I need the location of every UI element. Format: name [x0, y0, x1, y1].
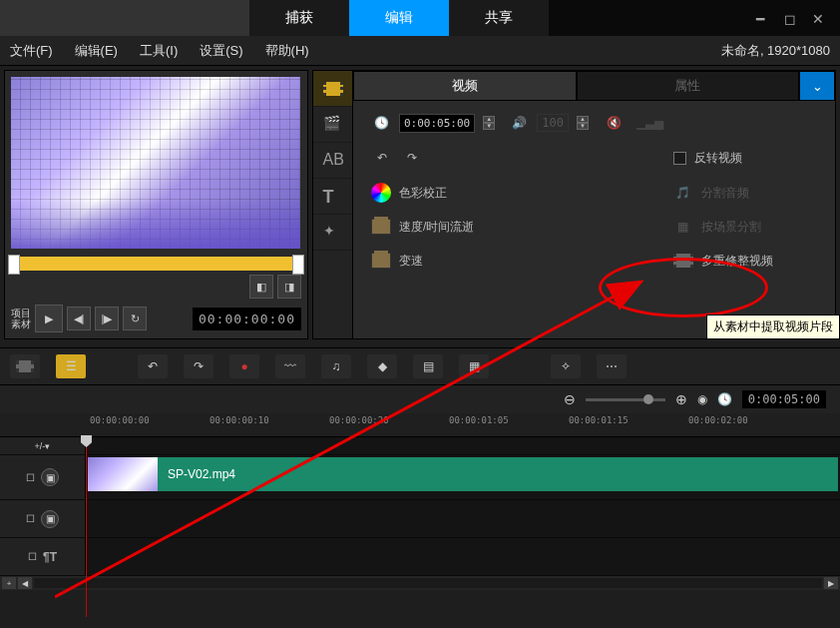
record-button[interactable]: ● — [229, 354, 259, 378]
zoom-out-icon[interactable]: ⊖ — [564, 391, 576, 407]
track-head-expander[interactable]: +/-▾ — [0, 437, 86, 454]
tab-video-props[interactable]: 视频 — [353, 71, 577, 101]
ruler-tick: 00:00:00:10 — [210, 415, 269, 425]
mark-out-icon[interactable]: ◨ — [277, 275, 301, 299]
tooltip: 从素材中提取视频片段 — [706, 314, 840, 339]
menu-help[interactable]: 帮助(H) — [265, 42, 309, 60]
chapter-button[interactable]: ▦ — [459, 354, 489, 378]
graphics-tool-icon[interactable]: ✦ — [313, 215, 352, 251]
menu-edit[interactable]: 编辑(E) — [75, 42, 118, 60]
video-clip[interactable]: SP-V02.mp4 — [88, 457, 838, 491]
video-track-head[interactable]: ☐ ▣ — [0, 455, 86, 499]
video-track-body[interactable]: SP-V02.mp4 — [86, 455, 840, 499]
properties-panel: 🎬 AB T ✦ 视频 属性 ⌄ 🕓 0:00:05:00 ▲▼ 🔊 100 ▲… — [312, 70, 836, 339]
title-track-body[interactable] — [86, 538, 840, 575]
scrub-bar[interactable] — [11, 257, 301, 271]
menu-settings[interactable]: 设置(S) — [200, 42, 242, 60]
top-tabs: 捕获 编辑 共享 — [249, 0, 549, 36]
overlay-track-head[interactable]: ☐ ▣ — [0, 500, 86, 537]
ruler-tick: 00:00:02:00 — [688, 415, 748, 425]
redo-button[interactable]: ↷ — [184, 354, 213, 378]
playhead[interactable] — [86, 437, 87, 617]
audio-mixer-button[interactable]: 〰 — [275, 354, 305, 378]
duration-field[interactable]: 0:00:05:00 — [399, 114, 475, 133]
minimize-button[interactable]: ━ — [756, 11, 770, 25]
reverse-checkbox[interactable] — [673, 152, 686, 165]
auto-music-button[interactable]: ♫ — [321, 354, 351, 378]
clip-filename: SP-V02.mp4 — [158, 467, 235, 481]
speed-row[interactable]: 速度/时间流逝 — [371, 217, 663, 237]
ruler-tick: 00:00:00:00 — [90, 415, 150, 425]
menu-bar: 文件(F) 编辑(E) 工具(I) 设置(S) 帮助(H) 未命名, 1920*… — [0, 36, 840, 66]
effects-tool-icon[interactable]: 🎬 — [313, 107, 352, 143]
play-button[interactable]: ▶ — [35, 305, 63, 332]
ruler-tick: 00:00:01:05 — [449, 415, 509, 425]
tab-attributes[interactable]: 属性 — [577, 71, 800, 101]
track-manager-button[interactable]: ▤ — [413, 354, 443, 378]
marker-button[interactable]: ◆ — [367, 354, 397, 378]
zoom-in-icon[interactable]: ⊕ — [675, 391, 687, 407]
timeline-view-button[interactable]: ☰ — [56, 354, 86, 378]
overlay-track: ☐ ▣ — [0, 500, 840, 538]
scroll-add-icon[interactable]: + — [2, 577, 16, 589]
storyboard-view-button[interactable] — [10, 354, 40, 378]
rotate-left-icon[interactable]: ↶ — [371, 147, 393, 169]
tab-edit[interactable]: 编辑 — [349, 0, 449, 36]
motion-track-button[interactable]: ✧ — [551, 354, 581, 378]
prev-frame-button[interactable]: ◀| — [67, 307, 91, 330]
title-track-head[interactable]: ☐ ¶T — [0, 538, 86, 575]
media-tool-icon[interactable] — [313, 71, 352, 107]
scene-split-label: 按场景分割 — [701, 219, 761, 236]
varispeed-icon — [371, 253, 391, 269]
side-tool-column: 🎬 AB T ✦ — [313, 71, 353, 338]
speed-label: 速度/时间流逝 — [399, 219, 474, 236]
timeline-scrollbar[interactable]: + ◀ ▶ — [0, 576, 840, 590]
menu-file[interactable]: 文件(F) — [10, 42, 53, 60]
menu-tools[interactable]: 工具(I) — [140, 42, 178, 60]
window-controls: ━ ◻ ✕ — [756, 11, 840, 25]
mark-in-icon[interactable]: ◧ — [249, 275, 273, 299]
reverse-label: 反转视频 — [694, 150, 742, 167]
scroll-track[interactable] — [34, 578, 822, 588]
reverse-row: 反转视频 — [673, 147, 817, 169]
tab-capture[interactable]: 捕获 — [249, 0, 349, 36]
transitions-tool-icon[interactable]: AB — [313, 143, 352, 179]
timeline-area: ☰ ↶ ↷ ● 〰 ♫ ◆ ▤ ▦ ✧ ⋯ ⊖ ⊕ ◉ 🕓 0:00:05:00… — [0, 347, 840, 590]
split-audio-row: 🎵 分割音频 — [673, 183, 817, 203]
tab-share[interactable]: 共享 — [449, 0, 549, 36]
scene-split-row: ▦ 按场景分割 — [673, 217, 817, 237]
split-audio-label: 分割音频 — [701, 185, 749, 202]
collapse-panel-button[interactable]: ⌄ — [799, 71, 835, 101]
title-tool-icon[interactable]: T — [313, 179, 352, 215]
close-button[interactable]: ✕ — [812, 11, 826, 25]
timeline-toolbar: ☰ ↶ ↷ ● 〰 ♫ ◆ ▤ ▦ ✧ ⋯ — [0, 347, 840, 385]
undo-button[interactable]: ↶ — [138, 354, 168, 378]
scroll-left-icon[interactable]: ◀ — [18, 577, 32, 589]
subtitle-button[interactable]: ⋯ — [597, 354, 627, 378]
preview-viewport[interactable] — [11, 77, 300, 249]
varispeed-row[interactable]: 变速 — [371, 251, 663, 271]
fit-project-icon[interactable]: ◉ — [697, 392, 707, 406]
overlay-track-body[interactable] — [86, 500, 840, 537]
rotate-right-icon[interactable]: ↷ — [401, 147, 423, 169]
audio-level-icon: ▁▃▅ — [636, 116, 663, 130]
color-correction-row[interactable]: 色彩校正 — [371, 183, 663, 203]
loop-button[interactable]: ↻ — [123, 307, 147, 330]
maximize-button[interactable]: ◻ — [784, 11, 798, 25]
mute-icon[interactable]: 🔇 — [605, 113, 625, 133]
zoom-slider[interactable] — [586, 398, 665, 401]
video-track-1: ☐ ▣ SP-V02.mp4 — [0, 455, 840, 500]
multi-trim-row[interactable]: 多重修整视频 — [673, 251, 817, 271]
next-frame-button[interactable]: |▶ — [95, 307, 119, 330]
speed-icon — [371, 219, 391, 235]
duration-spinner[interactable]: ▲▼ — [483, 116, 495, 130]
properties-body: 视频 属性 ⌄ 🕓 0:00:05:00 ▲▼ 🔊 100 ▲▼ 🔇 ▁▃▅ ↶ — [353, 71, 835, 338]
preview-timecode[interactable]: 00:00:00:00 — [193, 308, 301, 330]
volume-field: 100 — [537, 114, 569, 132]
scroll-right-icon[interactable]: ▶ — [824, 577, 838, 589]
clock-icon: 🕓 — [371, 113, 391, 133]
track-expander: +/-▾ — [0, 437, 840, 455]
timeline-ruler[interactable]: 00:00:00:00 00:00:00:10 00:00:00:20 00:0… — [0, 413, 840, 437]
speaker-icon[interactable]: 🔊 — [509, 113, 529, 133]
workspace: ◧ ◨ 项目 素材 ▶ ◀| |▶ ↻ 00:00:00:00 🎬 AB T ✦… — [0, 66, 840, 343]
